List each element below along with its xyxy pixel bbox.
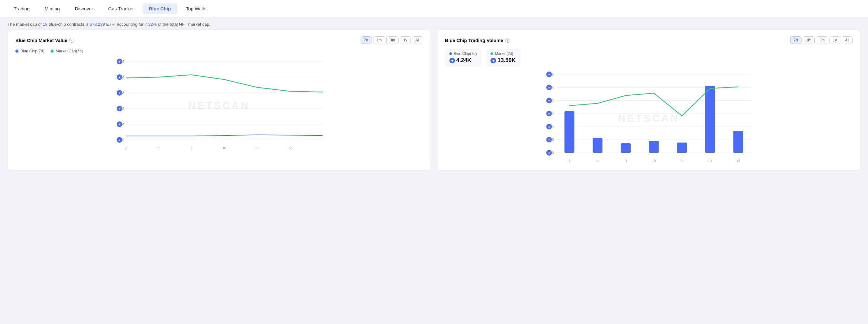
svg-text:10: 10 <box>652 159 656 163</box>
svg-rect-65 <box>564 111 574 153</box>
svg-text:0: 0 <box>122 138 124 142</box>
trading-volume-info-icon[interactable]: i <box>505 38 510 43</box>
svg-text:8: 8 <box>597 159 599 163</box>
nav-item-blue-chip[interactable]: Blue Chip <box>143 3 177 14</box>
subtitle-count: 19 <box>43 22 48 27</box>
subtitle-pct: 7.32% <box>145 22 157 27</box>
svg-text:◈: ◈ <box>548 151 550 154</box>
nav-item-minting[interactable]: Minting <box>38 3 66 14</box>
tv-time-btn-1m[interactable]: 1m <box>803 36 815 44</box>
svg-rect-69 <box>677 143 687 153</box>
svg-text:9: 9 <box>625 159 626 163</box>
svg-text:3K: 3K <box>550 72 554 76</box>
mv-time-btn-1m[interactable]: 1m <box>373 36 385 44</box>
tv-legend-item: Blue Chip(7d) ◈ 4.24K <box>445 49 481 66</box>
market-value-title: Blue Chip Market Value i <box>16 38 74 43</box>
svg-text:12: 12 <box>708 159 712 163</box>
trading-volume-legend: Blue Chip(7d) ◈ 4.24K Market(7d) ◈ 13.59… <box>445 49 852 66</box>
nav-item-trading[interactable]: Trading <box>7 3 36 14</box>
svg-text:1K: 1K <box>550 125 554 128</box>
svg-rect-68 <box>649 141 658 153</box>
svg-text:7: 7 <box>125 146 127 150</box>
trading-volume-header: Blue Chip Trading Volume i 7d1m3m1yAll <box>445 36 852 44</box>
svg-text:2.5K: 2.5K <box>547 86 554 89</box>
tv-time-btn-7d[interactable]: 7d <box>790 36 802 44</box>
market-value-header: Blue Chip Market Value i 7d1m3m1yAll <box>16 36 423 44</box>
tv-legend-item: Market(7d) ◈ 13.59K <box>486 49 521 66</box>
svg-text:9: 9 <box>190 146 192 150</box>
svg-text:10: 10 <box>222 146 226 150</box>
mv-time-btn-All[interactable]: All <box>412 36 423 44</box>
svg-text:12: 12 <box>288 146 291 150</box>
svg-text:12M: 12M <box>118 75 124 79</box>
svg-rect-67 <box>621 143 631 153</box>
svg-text:0: 0 <box>552 151 554 155</box>
market-value-time-buttons: 7d1m3m1yAll <box>361 36 423 44</box>
trading-volume-chart: NETSCAN ◈3K◈2.5K◈2K◈1.5K◈1K◈500◈07891011… <box>445 71 852 165</box>
market-value-info-icon[interactable]: i <box>69 38 74 43</box>
svg-rect-71 <box>733 131 743 153</box>
nav-item-top-wallet[interactable]: Top Wallet <box>180 3 214 14</box>
svg-text:9M: 9M <box>120 91 124 95</box>
mv-time-btn-3m[interactable]: 3m <box>386 36 399 44</box>
nav-item-gas-tracker[interactable]: Gas Tracker <box>102 3 140 14</box>
svg-text:2K: 2K <box>550 98 554 102</box>
svg-text:15M: 15M <box>118 60 124 63</box>
nav-bar: TradingMintingDiscoverGas TrackerBlue Ch… <box>0 0 868 18</box>
tv-time-btn-3m[interactable]: 3m <box>816 36 828 44</box>
svg-text:3M: 3M <box>120 122 124 126</box>
subtitle-eth-unit: ETH, accounting for <box>106 22 145 27</box>
svg-text:1.5K: 1.5K <box>547 112 554 115</box>
tv-time-btn-1y[interactable]: 1y <box>830 36 840 44</box>
svg-text:13: 13 <box>736 159 740 163</box>
tv-time-btn-All[interactable]: All <box>842 36 852 44</box>
svg-text:500: 500 <box>548 138 554 142</box>
trading-volume-time-buttons: 7d1m3m1yAll <box>790 36 852 44</box>
mv-legend-item: Blue Chip(7d) <box>16 49 44 53</box>
nav-item-discover[interactable]: Discover <box>69 3 99 14</box>
svg-text:11: 11 <box>680 159 684 163</box>
main-content: Blue Chip Market Value i 7d1m3m1yAll Blu… <box>0 30 868 178</box>
subtitle-suffix: of the total NFT market cap. <box>158 22 210 27</box>
mv-time-btn-1y[interactable]: 1y <box>400 36 411 44</box>
svg-rect-66 <box>593 138 602 153</box>
subtitle-middle: blue-chip contracts is <box>49 22 90 27</box>
mv-time-btn-7d[interactable]: 7d <box>361 36 372 44</box>
svg-text:◈: ◈ <box>119 139 121 142</box>
mv-legend-item: Market Cap(7d) <box>51 49 83 53</box>
trading-volume-title: Blue Chip Trading Volume i <box>445 38 510 43</box>
svg-text:8: 8 <box>158 146 160 150</box>
svg-text:11: 11 <box>255 146 259 150</box>
subtitle-eth: 678,239 <box>90 22 105 27</box>
subtitle-bar: The market cap of 19 blue-chip contracts… <box>0 18 868 30</box>
subtitle-prefix: The market cap of <box>7 22 43 27</box>
trading-volume-card: Blue Chip Trading Volume i 7d1m3m1yAll B… <box>437 30 861 171</box>
svg-rect-70 <box>705 86 715 153</box>
svg-text:6M: 6M <box>120 107 124 110</box>
svg-text:7: 7 <box>568 159 570 163</box>
market-value-legend: Blue Chip(7d)Market Cap(7d) <box>16 49 423 53</box>
market-value-chart: NETSCAN ◈15M◈12M◈9M◈6M◈3M◈0789101112 <box>16 58 423 152</box>
market-value-card: Blue Chip Market Value i 7d1m3m1yAll Blu… <box>7 30 431 171</box>
